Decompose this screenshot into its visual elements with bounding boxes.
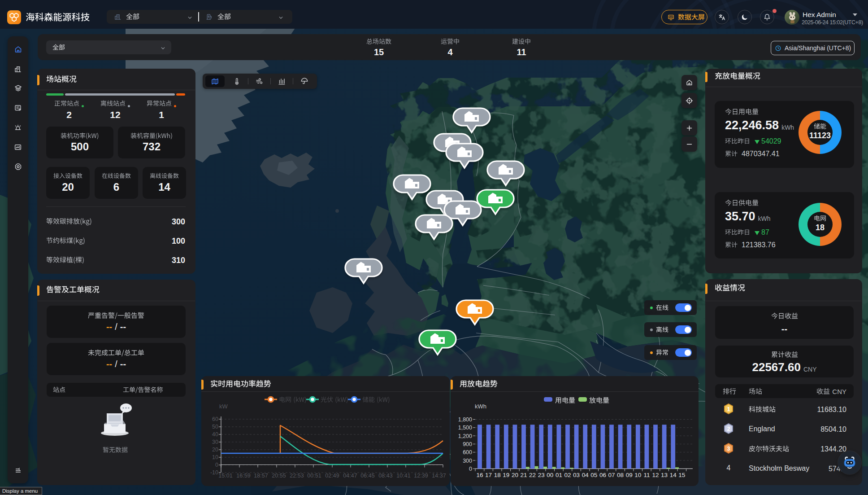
- svg-text:40: 40: [212, 431, 218, 438]
- svg-text:01: 01: [556, 472, 562, 478]
- svg-text:06: 06: [599, 472, 606, 478]
- svg-text:18:57: 18:57: [254, 473, 268, 479]
- svg-text:20:55: 20:55: [272, 473, 286, 479]
- svg-text:06:45: 06:45: [360, 473, 374, 479]
- svg-text:02:49: 02:49: [325, 473, 339, 479]
- svg-text:16:59: 16:59: [236, 473, 250, 479]
- svg-text:18: 18: [494, 472, 501, 478]
- svg-text:20: 20: [512, 472, 518, 478]
- svg-text:0: 0: [469, 466, 472, 472]
- svg-text:3: 3: [727, 446, 730, 452]
- svg-text:10: 10: [634, 472, 641, 478]
- svg-text:17: 17: [485, 472, 492, 478]
- svg-text:14:37: 14:37: [432, 473, 446, 479]
- svg-text:15: 15: [678, 472, 685, 478]
- svg-text:1,200: 1,200: [458, 433, 472, 439]
- svg-text:30: 30: [212, 439, 218, 445]
- svg-text:1,800: 1,800: [458, 416, 472, 423]
- svg-text:1: 1: [727, 406, 730, 412]
- svg-text:300: 300: [463, 458, 472, 464]
- svg-text:21: 21: [520, 472, 527, 478]
- svg-text:22:53: 22:53: [290, 473, 304, 479]
- svg-text:08:43: 08:43: [378, 473, 392, 479]
- svg-text:15:01: 15:01: [218, 473, 232, 479]
- svg-text:14: 14: [670, 472, 677, 478]
- svg-text:05: 05: [590, 472, 597, 478]
- svg-text:10:41: 10:41: [396, 473, 410, 479]
- svg-text:02: 02: [564, 472, 571, 478]
- svg-text:07: 07: [608, 472, 615, 478]
- svg-text:00:51: 00:51: [307, 473, 321, 479]
- svg-text:2: 2: [727, 426, 730, 432]
- svg-text:04: 04: [582, 472, 589, 478]
- svg-text:03: 03: [573, 472, 580, 478]
- svg-text:09: 09: [626, 472, 633, 478]
- svg-text:1,500: 1,500: [458, 425, 472, 431]
- svg-text:13: 13: [661, 472, 668, 478]
- svg-text:60: 60: [212, 416, 218, 422]
- svg-text:23: 23: [538, 472, 545, 478]
- svg-text:16: 16: [476, 472, 483, 478]
- svg-text:20: 20: [212, 447, 218, 453]
- svg-text:10: 10: [212, 454, 218, 460]
- svg-text:900: 900: [463, 441, 472, 447]
- svg-text:-10: -10: [210, 469, 218, 476]
- svg-text:11: 11: [643, 472, 650, 478]
- svg-text:kWh: kWh: [475, 403, 486, 410]
- svg-text:08: 08: [617, 472, 624, 478]
- svg-text:0: 0: [215, 462, 218, 468]
- svg-text:12: 12: [652, 472, 659, 478]
- svg-text:00: 00: [547, 472, 553, 478]
- svg-text:22: 22: [529, 472, 536, 478]
- svg-text:kW: kW: [219, 403, 228, 410]
- svg-text:600: 600: [463, 449, 472, 456]
- svg-text:50: 50: [212, 424, 218, 430]
- svg-text:19: 19: [503, 472, 509, 478]
- svg-text:12:39: 12:39: [414, 473, 428, 479]
- svg-text:04:47: 04:47: [343, 473, 357, 479]
